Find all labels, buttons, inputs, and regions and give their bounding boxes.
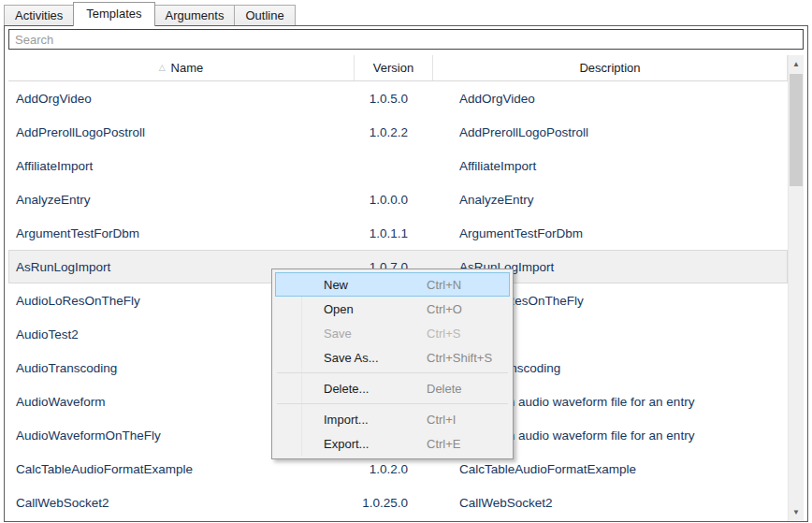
scroll-up-icon[interactable]: ▲	[789, 56, 804, 72]
cell-description: AnalyzeEntry	[433, 193, 788, 207]
menu-item-delete[interactable]: Delete... Delete	[275, 376, 510, 400]
menu-item-open[interactable]: Open Ctrl+O	[275, 297, 510, 321]
cell-version: 1.0.1.1	[355, 226, 433, 240]
cell-name: AffiliateImport	[8, 159, 355, 173]
sort-ascending-icon: △	[159, 63, 166, 72]
cell-version: 1.0.5.0	[355, 92, 433, 106]
menu-item-label: Delete...	[324, 382, 369, 396]
column-header-name[interactable]: △ Name	[8, 55, 355, 80]
column-header-version[interactable]: Version	[355, 55, 433, 80]
table-row-argumenttestfordbm[interactable]: ArgumentTestForDbm 1.0.1.1 ArgumentTestF…	[8, 216, 788, 250]
cell-version: 1.0.0.0	[355, 193, 433, 207]
cell-name: AddPrerollLogoPostroll	[8, 125, 355, 139]
menu-item-shortcut: Ctrl+N	[427, 278, 461, 292]
menu-item-save-as[interactable]: Save As... Ctrl+Shift+S	[275, 345, 510, 370]
table-row-affiliateimport[interactable]: AffiliateImport AffiliateImport	[8, 149, 788, 182]
cell-description: AddOrgVideo	[433, 92, 788, 106]
cell-name: AnalyzeEntry	[8, 193, 355, 207]
menu-item-label: Save	[324, 327, 352, 341]
scrollbar-thumb[interactable]	[790, 74, 803, 186]
column-header-description-label: Description	[579, 61, 640, 75]
table-row-addprerolllogopostroll[interactable]: AddPrerollLogoPostroll 1.0.2.2 AddPrerol…	[8, 115, 788, 149]
column-header-description[interactable]: Description	[433, 55, 788, 80]
cell-description: CalcTableAudioFormatExample	[433, 462, 788, 476]
column-header-name-label: Name	[171, 61, 204, 75]
cell-name: ArgumentTestForDbm	[8, 226, 355, 240]
menu-item-shortcut: Ctrl+O	[427, 302, 462, 316]
menu-item-shortcut: Ctrl+Shift+S	[427, 351, 492, 365]
cell-version: 1.0.2.0	[355, 462, 433, 476]
cell-name: AddOrgVideo	[8, 92, 355, 106]
tab-label: Templates	[86, 7, 141, 21]
menu-item-label: Import...	[324, 413, 369, 427]
menu-item-label: New	[324, 278, 348, 292]
table-row-addorgvideo[interactable]: AddOrgVideo 1.0.5.0 AddOrgVideo	[8, 81, 788, 115]
table-row-analyzeentry[interactable]: AnalyzeEntry 1.0.0.0 AnalyzeEntry	[8, 182, 788, 216]
cell-version: 1.0.2.2	[355, 125, 433, 139]
search-input[interactable]	[8, 29, 804, 50]
cell-description: AffiliateImport	[433, 159, 788, 173]
cell-description: ArgumentTestForDbm	[433, 226, 788, 240]
menu-separator	[275, 400, 510, 407]
tab-arguments[interactable]: Arguments	[154, 5, 236, 25]
table-header-row: △ Name Version Description	[8, 55, 788, 81]
tab-label: Arguments	[166, 8, 225, 22]
cell-description: CallWebSocket2	[433, 496, 788, 510]
context-menu: New Ctrl+N Open Ctrl+O Save Ctrl+S Save …	[271, 269, 514, 459]
menu-item-shortcut: Ctrl+I	[427, 413, 456, 427]
cell-description: AddPrerollLogoPostroll	[433, 125, 788, 139]
table-row-callwebsocket2[interactable]: CallWebSocket2 1.0.25.0 CallWebSocket2	[8, 486, 788, 519]
vertical-scrollbar[interactable]: ▲ ▼	[788, 55, 804, 521]
cell-name: CalcTableAudioFormatExample	[8, 462, 355, 476]
tab-bar: Activities Templates Arguments Outline	[4, 1, 808, 25]
column-header-version-label: Version	[373, 61, 413, 75]
scroll-down-icon[interactable]: ▼	[789, 504, 804, 520]
menu-item-shortcut: Ctrl+S	[427, 327, 460, 341]
cell-version: 1.0.25.0	[355, 496, 433, 510]
menu-separator	[275, 370, 510, 376]
menu-item-label: Open	[324, 302, 354, 316]
menu-item-label: Save As...	[324, 351, 379, 365]
menu-item-import[interactable]: Import... Ctrl+I	[275, 407, 510, 431]
menu-item-label: Export...	[324, 437, 369, 451]
menu-item-save: Save Ctrl+S	[275, 321, 510, 345]
menu-item-new[interactable]: New Ctrl+N	[275, 272, 510, 297]
tab-activities[interactable]: Activities	[4, 5, 74, 25]
cell-name: CallWebSocket2	[8, 496, 355, 510]
tab-templates[interactable]: Templates	[73, 2, 154, 26]
tab-outline[interactable]: Outline	[234, 5, 295, 25]
tab-label: Activities	[15, 8, 63, 22]
menu-item-shortcut: Delete	[427, 382, 462, 396]
tab-label: Outline	[245, 8, 283, 22]
menu-item-export[interactable]: Export... Ctrl+E	[275, 431, 510, 456]
app-window: Activities Templates Arguments Outline △…	[0, 0, 812, 523]
menu-item-shortcut: Ctrl+E	[427, 437, 460, 451]
